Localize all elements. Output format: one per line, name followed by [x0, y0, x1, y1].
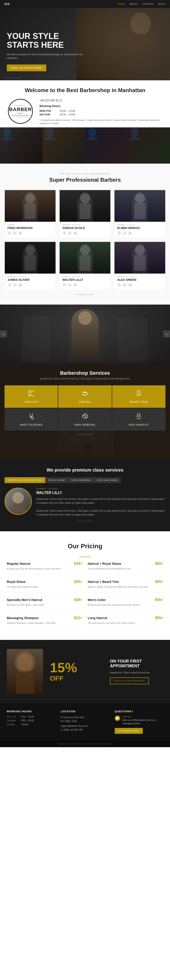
premium-tab-0[interactable]: BEARD AND MUSTACHE TRIM [5, 477, 45, 483]
nav-blog[interactable]: Blog [159, 3, 165, 5]
pricing-item-6: Massaging Shampoo $12+ Relaxing shampoo … [7, 616, 82, 628]
svg-point-39 [10, 503, 26, 512]
pricing-item-desc-1: Our exceptional service all together for… [88, 567, 163, 570]
kids-haircut-icon [135, 413, 142, 422]
facebook-icon-4[interactable]: f [63, 283, 66, 287]
promo-tagline: ON YOUR FIRST APPOINTMENT [110, 659, 163, 669]
service-card-0[interactable]: Hair Cut [5, 385, 58, 408]
service-name-3: Hair Coloring [20, 423, 43, 426]
service-name-1: Shaving [79, 401, 91, 403]
instagram-icon-2[interactable]: in [128, 231, 132, 235]
twitter-icon-3[interactable]: t [13, 283, 17, 287]
service-card-3[interactable]: Hair Coloring [5, 408, 58, 431]
barbers-image-credit: Image from Freepik [5, 293, 165, 296]
instagram-icon-4[interactable]: in [73, 283, 77, 287]
instagram-icon-1[interactable]: in [73, 231, 77, 235]
service-card-5[interactable]: Kids Haircut [112, 408, 165, 431]
welcome-right: +46 123 456 32 11 Working Hours MON-THU … [39, 99, 163, 125]
twitter-icon-4[interactable]: t [68, 283, 72, 287]
service-card-4[interactable]: Hair Removal [58, 408, 112, 431]
facebook-icon-5[interactable]: f [117, 283, 121, 287]
premium-person-name: WALTER LILLY [36, 491, 165, 495]
pricing-item-header-5: Men's Color $55+ [88, 598, 163, 602]
barber-name-5: ALEX GREEN [117, 278, 162, 282]
svg-point-0 [130, 13, 151, 35]
pricing-grid: Regular Haircut $34+ A great hair cut is… [7, 562, 163, 628]
barber-logo: BARBER BARBER SHOP BY MANHATTAN [7, 99, 34, 124]
gallery-item-4: 👤 [128, 127, 170, 164]
barber-role-3: BARBER / STYLIST [8, 276, 53, 277]
pricing-item-price-1: $60+ [155, 562, 163, 566]
twitter-icon-0[interactable]: t [13, 231, 17, 235]
svg-rect-42 [16, 671, 34, 694]
hero-cta-button[interactable]: BOOK AN APPOINTMENT [7, 65, 46, 71]
svg-rect-7 [79, 203, 91, 219]
pricing-item-name-2: Royal Shave [7, 580, 26, 584]
premium-tab-1[interactable]: ROYAL SHAVE [45, 477, 68, 483]
pricing-divider [79, 557, 91, 557]
pricing-item-7: Long Haircut $55+ The long haircut is an… [88, 616, 163, 628]
gallery-item-2: 👤 [43, 127, 85, 164]
slider-prev-button[interactable]: ‹ [0, 331, 7, 337]
service-card-2[interactable]: Beard Trim [112, 385, 165, 408]
instagram-icon-0[interactable]: in [18, 231, 22, 235]
nav-about[interactable]: About [129, 3, 138, 5]
slider-content [71, 305, 99, 363]
barber-role-2: BARBER / STYLIST [117, 224, 162, 226]
barber-photo-4 [59, 242, 111, 274]
service-name-4: Hair Removal [74, 423, 96, 426]
premium-tab-3[interactable]: CUTS AND FADES [94, 477, 121, 483]
promo-man-image [7, 649, 43, 694]
barbers-section: WE CAN MAKE YOUR AWESOMENESS Super Profe… [0, 164, 170, 305]
facebook-icon-3[interactable]: f [8, 283, 11, 287]
pricing-item-header-3: Haircut + Beard Trim $65+ [88, 580, 163, 584]
svg-line-27 [30, 395, 34, 396]
nav-contact[interactable]: Contact [142, 3, 154, 5]
instagram-icon-5[interactable]: in [128, 283, 132, 287]
facebook-icon-0[interactable]: f [8, 231, 11, 235]
svg-rect-13 [79, 255, 91, 271]
nav-home[interactable]: Home [117, 3, 125, 5]
footer-questions: Questions? WhatsApp Add us on WhatsApp &… [115, 710, 163, 734]
svg-line-26 [30, 391, 34, 392]
footer-working-hours: Working Hours Mon - Fri 8:30 – 21:00 Sat… [7, 710, 55, 734]
pricing-item-price-5: $55+ [155, 598, 163, 602]
twitter-icon-2[interactable]: t [123, 231, 127, 235]
facebook-icon-1[interactable]: f [63, 231, 66, 235]
service-card-1[interactable]: Shaving [58, 385, 112, 408]
twitter-icon-1[interactable]: t [68, 231, 72, 235]
hero-title: YOUR STYLE STARTS HERE [7, 32, 87, 49]
slider-person-head [78, 311, 92, 325]
pricing-item-2: Royal Shave $35+ Our three-step signatur… [7, 580, 82, 592]
instagram-icon-3[interactable]: in [18, 283, 22, 287]
barber-name-4: WALTER LILLY [63, 278, 107, 282]
beard-icon [135, 390, 142, 399]
twitter-icon-5[interactable]: t [123, 283, 127, 287]
footer-hours-row-1: Saturday 8:00 – 18:00 [7, 719, 55, 722]
welcome-section: Welcome to the Best Barbershop in Manhat… [0, 80, 170, 127]
footer-cta-button[interactable]: GO BARBER SHOP [115, 728, 143, 734]
logo-circle: BARBER BARBER SHOP BY MANHATTAN [8, 99, 33, 124]
facebook-icon-2[interactable]: f [117, 231, 121, 235]
barbers-grid: OWNER FRED MORRISON f t in BARBER / STYL… [5, 190, 165, 290]
pricing-item-name-3: Haircut + Beard Trim [88, 580, 119, 584]
footer-hours-time-0: 8:30 – 21:00 [21, 716, 34, 718]
footer-hours-day-1: Saturday [7, 719, 19, 722]
pricing-item-price-7: $55+ [155, 616, 163, 620]
barber-role-4: BARBER / STYLIST [63, 276, 107, 277]
svg-point-32 [32, 418, 34, 419]
premium-image-credit: Images from Freepik [5, 520, 165, 522]
footer-hours-day-0: Mon - Fri [7, 716, 19, 718]
welcome-phone: +46 123 456 32 11 [39, 99, 163, 102]
svg-rect-19 [118, 318, 148, 361]
barber-info-2: BARBER / STYLIST ELMER BRIGGS f t in [114, 222, 165, 238]
promo-cta-button[interactable]: BOOK AN APPOINTMENT [110, 678, 149, 684]
barber-info-1: BARBER / STYLIST ADRIAN SCOLD f t in [59, 222, 111, 238]
premium-tab-2[interactable]: HAIR COLORING [68, 477, 94, 483]
gallery-item-3: 👤 [85, 127, 128, 164]
svg-line-36 [86, 413, 87, 414]
svg-rect-28 [83, 393, 87, 395]
nav-links: Home About Contact Blog [117, 3, 165, 5]
slider-next-button[interactable]: › [163, 331, 170, 337]
logo-circle-inner: BARBER BARBER SHOP BY MANHATTAN [9, 105, 32, 118]
